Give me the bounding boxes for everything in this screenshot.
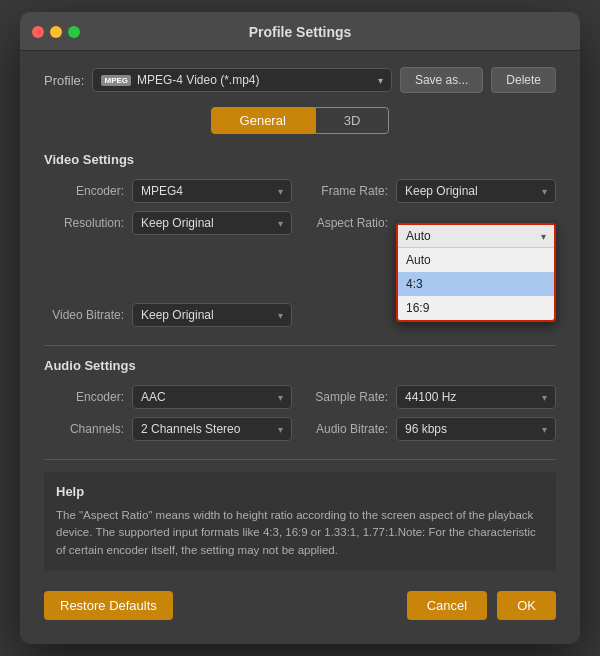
audio-encoder-chevron-icon: ▾ (278, 392, 283, 403)
profile-buttons: Save as... Delete (400, 67, 556, 93)
aspect-ratio-chevron-icon: ▾ (541, 231, 546, 242)
profile-row: Profile: MPEG MPEG-4 Video (*.mp4) ▾ Sav… (44, 67, 556, 93)
aspect-ratio-row: Aspect Ratio: Auto ▾ Auto 4:3 (308, 211, 556, 235)
aspect-ratio-selected[interactable]: Auto ▾ (398, 225, 554, 248)
close-button[interactable] (32, 26, 44, 38)
channels-row: Channels: 2 Channels Stereo ▾ (44, 417, 292, 441)
audio-bitrate-select[interactable]: 96 kbps ▾ (396, 417, 556, 441)
audio-settings-section: Audio Settings Encoder: AAC ▾ Sample Rat… (44, 358, 556, 441)
tabs-bar: General 3D (44, 107, 556, 134)
profile-chevron-icon: ▾ (378, 75, 383, 86)
audio-form-grid: Encoder: AAC ▾ Sample Rate: 44100 Hz ▾ C… (44, 385, 556, 441)
audio-bitrate-value: 96 kbps (405, 422, 542, 436)
audio-encoder-select[interactable]: AAC ▾ (132, 385, 292, 409)
channels-value: 2 Channels Stereo (141, 422, 278, 436)
minimize-button[interactable] (50, 26, 62, 38)
video-bitrate-value: Keep Original (141, 308, 278, 322)
aspect-ratio-option-16-9[interactable]: 16:9 (398, 296, 554, 320)
aspect-ratio-option-4-3[interactable]: 4:3 (398, 272, 554, 296)
video-bitrate-row: Video Bitrate: Keep Original ▾ (44, 303, 292, 327)
content-area: Profile: MPEG MPEG-4 Video (*.mp4) ▾ Sav… (20, 51, 580, 644)
aspect-ratio-selected-text: Auto (406, 229, 541, 243)
video-settings-title: Video Settings (44, 152, 556, 167)
audio-encoder-value: AAC (141, 390, 278, 404)
sample-rate-select[interactable]: 44100 Hz ▾ (396, 385, 556, 409)
encoder-value: MPEG4 (141, 184, 278, 198)
video-bitrate-label: Video Bitrate: (44, 308, 124, 322)
help-title: Help (56, 484, 544, 499)
window-title: Profile Settings (249, 24, 352, 40)
profile-select[interactable]: MPEG MPEG-4 Video (*.mp4) ▾ (92, 68, 391, 92)
cancel-button[interactable]: Cancel (407, 591, 487, 620)
encoder-label: Encoder: (44, 184, 124, 198)
channels-label: Channels: (44, 422, 124, 436)
frame-rate-chevron-icon: ▾ (542, 186, 547, 197)
sample-rate-chevron-icon: ▾ (542, 392, 547, 403)
aspect-ratio-label: Aspect Ratio: (308, 216, 388, 230)
video-bitrate-select[interactable]: Keep Original ▾ (132, 303, 292, 327)
sample-rate-value: 44100 Hz (405, 390, 542, 404)
video-form-grid: Encoder: MPEG4 ▾ Frame Rate: Keep Origin… (44, 179, 556, 327)
video-bitrate-chevron-icon: ▾ (278, 310, 283, 321)
channels-select[interactable]: 2 Channels Stereo ▾ (132, 417, 292, 441)
right-buttons: Cancel OK (407, 591, 556, 620)
title-bar: Profile Settings (20, 12, 580, 51)
resolution-label: Resolution: (44, 216, 124, 230)
mpeg-badge: MPEG (101, 75, 131, 86)
resolution-row: Resolution: Keep Original ▾ (44, 211, 292, 235)
resolution-chevron-icon: ▾ (278, 218, 283, 229)
frame-rate-label: Frame Rate: (308, 184, 388, 198)
tab-3d[interactable]: 3D (315, 107, 390, 134)
audio-encoder-row: Encoder: AAC ▾ (44, 385, 292, 409)
encoder-row: Encoder: MPEG4 ▾ (44, 179, 292, 203)
aspect-ratio-option-auto[interactable]: Auto (398, 248, 554, 272)
audio-encoder-label: Encoder: (44, 390, 124, 404)
encoder-select[interactable]: MPEG4 ▾ (132, 179, 292, 203)
save-as-button[interactable]: Save as... (400, 67, 483, 93)
audio-settings-title: Audio Settings (44, 358, 556, 373)
encoder-chevron-icon: ▾ (278, 186, 283, 197)
profile-label: Profile: (44, 73, 84, 88)
ok-button[interactable]: OK (497, 591, 556, 620)
bottom-bar: Restore Defaults Cancel OK (44, 587, 556, 624)
aspect-ratio-dropdown[interactable]: Auto ▾ Auto 4:3 16:9 (396, 223, 556, 322)
frame-rate-row: Frame Rate: Keep Original ▾ (308, 179, 556, 203)
sample-rate-row: Sample Rate: 44100 Hz ▾ (308, 385, 556, 409)
audio-bitrate-row: Audio Bitrate: 96 kbps ▾ (308, 417, 556, 441)
audio-bitrate-label: Audio Bitrate: (308, 422, 388, 436)
traffic-lights (32, 26, 80, 38)
resolution-select[interactable]: Keep Original ▾ (132, 211, 292, 235)
channels-chevron-icon: ▾ (278, 424, 283, 435)
frame-rate-value: Keep Original (405, 184, 542, 198)
restore-defaults-button[interactable]: Restore Defaults (44, 591, 173, 620)
maximize-button[interactable] (68, 26, 80, 38)
frame-rate-select[interactable]: Keep Original ▾ (396, 179, 556, 203)
audio-help-divider (44, 459, 556, 460)
tab-general[interactable]: General (211, 107, 315, 134)
delete-button[interactable]: Delete (491, 67, 556, 93)
sample-rate-label: Sample Rate: (308, 390, 388, 404)
help-section: Help The "Aspect Ratio" means width to h… (44, 472, 556, 571)
resolution-value: Keep Original (141, 216, 278, 230)
profile-settings-window: Profile Settings Profile: MPEG MPEG-4 Vi… (20, 12, 580, 644)
help-text: The "Aspect Ratio" means width to height… (56, 507, 544, 559)
video-settings-section: Video Settings Encoder: MPEG4 ▾ Frame Ra… (44, 152, 556, 327)
audio-bitrate-chevron-icon: ▾ (542, 424, 547, 435)
profile-select-text: MPEG-4 Video (*.mp4) (137, 73, 372, 87)
video-audio-divider (44, 345, 556, 346)
